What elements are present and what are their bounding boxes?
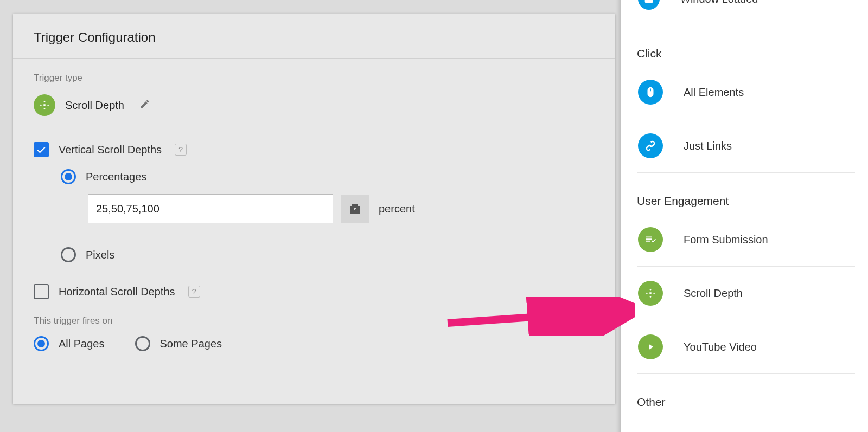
trigger-type-row[interactable]: Scroll Depth [34,94,595,116]
panel-title: Trigger Configuration [13,14,615,59]
trigger-type-name: Scroll Depth [65,99,124,112]
section-user-engagement: User Engagement [637,173,855,213]
sidebar-label-youtube-video: YouTube Video [684,341,757,353]
percentages-input-row: percent [88,194,595,223]
sidebar-item-all-elements[interactable]: All Elements [637,66,855,119]
trigger-config-panel: Trigger Configuration Trigger type Scrol… [13,14,615,404]
sidebar-label-all-elements: All Elements [684,86,744,99]
edit-trigger-type-icon[interactable] [139,99,150,112]
sidebar-label-window-loaded: Window Loaded [680,0,758,5]
some-pages-label: Some Pages [160,338,222,350]
vertical-scroll-depths-row: Vertical Scroll Depths ? [34,142,595,157]
scroll-depth-sidebar-icon [638,281,663,306]
link-icon [638,133,663,158]
svg-rect-2 [645,0,653,3]
horizontal-scroll-depths-checkbox[interactable] [34,284,49,299]
sidebar-item-scroll-depth[interactable]: Scroll Depth [637,267,855,320]
trigger-type-sidebar: Window Loaded Click All Elements Just Li… [621,0,868,432]
sidebar-item-just-links[interactable]: Just Links [637,119,855,173]
form-icon [638,227,663,252]
svg-rect-1 [354,208,355,210]
percentages-label: Percentages [86,171,146,183]
sidebar-label-form-submission: Form Submission [684,234,768,246]
percentages-radio[interactable] [61,169,76,184]
pixels-radio[interactable] [61,247,76,262]
variable-picker-button[interactable] [341,195,369,223]
sidebar-label-just-links: Just Links [684,140,732,152]
vertical-scroll-depths-label: Vertical Scroll Depths [59,144,162,156]
some-pages-row: Some Pages [135,336,222,351]
sidebar-item-window-loaded[interactable]: Window Loaded [637,0,855,24]
vertical-radio-group: Percentages percent Pixels [61,169,595,262]
trigger-type-label: Trigger type [34,73,595,83]
vertical-help-icon[interactable]: ? [175,144,187,156]
section-other: Other [637,374,855,409]
all-pages-label: All Pages [59,338,105,350]
sidebar-label-scroll-depth: Scroll Depth [684,287,743,300]
fires-on-radio-group: All Pages Some Pages [34,336,595,361]
horizontal-help-icon[interactable]: ? [188,286,200,298]
scroll-depth-icon [34,94,55,116]
percentages-radio-row: Percentages [61,169,595,184]
pixels-label: Pixels [86,249,114,261]
some-pages-radio[interactable] [135,336,150,351]
pixels-radio-row: Pixels [61,247,595,262]
panel-body: Trigger type Scroll Depth Vertical Scrol… [13,59,615,372]
horizontal-scroll-depths-label: Horizontal Scroll Depths [59,286,175,298]
all-pages-radio[interactable] [34,336,49,351]
window-loaded-icon [638,0,660,10]
section-click: Click [637,25,855,66]
all-pages-row: All Pages [34,336,105,351]
percent-unit: percent [379,203,415,215]
horizontal-scroll-depths-row: Horizontal Scroll Depths ? [34,284,595,299]
percentages-input[interactable] [88,194,333,223]
mouse-icon [638,80,663,105]
fires-on-label: This trigger fires on [34,315,595,326]
sidebar-item-youtube-video[interactable]: YouTube Video [637,320,855,374]
vertical-scroll-depths-checkbox[interactable] [34,142,49,157]
play-icon [638,334,663,359]
sidebar-item-form-submission[interactable]: Form Submission [637,213,855,267]
